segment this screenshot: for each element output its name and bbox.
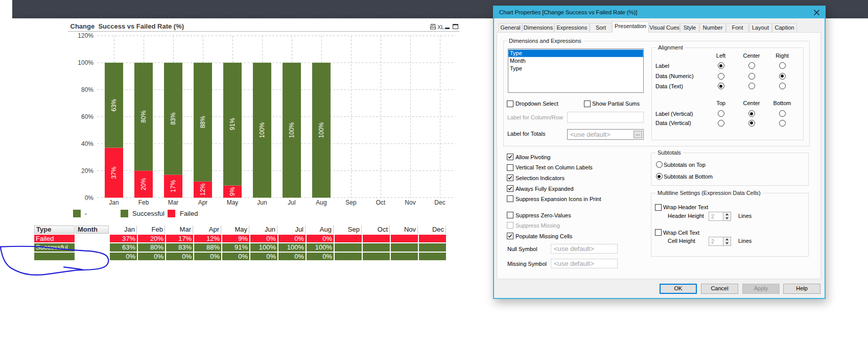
svg-text:0%: 0% xyxy=(85,194,94,202)
svg-text:120%: 120% xyxy=(78,32,93,39)
svg-text:60%: 60% xyxy=(81,113,93,120)
svg-text:-: - xyxy=(85,210,87,217)
svg-text:Successful: Successful xyxy=(132,210,165,217)
svg-text:Change Success vs Failed Rate: Change Success vs Failed Rate (%) xyxy=(71,22,184,30)
svg-text:Apr: Apr xyxy=(198,199,208,206)
svg-text:100%: 100% xyxy=(318,122,325,138)
svg-text:Oct: Oct xyxy=(376,199,386,206)
svg-text:Feb: Feb xyxy=(138,199,149,206)
svg-text:37%: 37% xyxy=(110,166,118,179)
svg-text:9%: 9% xyxy=(229,187,236,196)
svg-text:40%: 40% xyxy=(81,140,93,147)
svg-text:100%: 100% xyxy=(288,122,295,138)
svg-text:Sep: Sep xyxy=(345,199,357,206)
svg-text:Jun: Jun xyxy=(257,199,267,206)
svg-text:XL: XL xyxy=(437,24,444,30)
svg-text:17%: 17% xyxy=(170,180,177,192)
svg-text:80%: 80% xyxy=(140,110,147,122)
svg-text:Aug: Aug xyxy=(316,199,326,206)
svg-text:20%: 20% xyxy=(140,178,147,190)
svg-text:83%: 83% xyxy=(170,112,177,124)
svg-text:63%: 63% xyxy=(110,99,118,111)
svg-text:12%: 12% xyxy=(199,183,206,195)
svg-text:91%: 91% xyxy=(229,118,236,130)
svg-text:Jan: Jan xyxy=(109,199,119,206)
svg-text:100%: 100% xyxy=(259,122,266,138)
svg-text:Mar: Mar xyxy=(168,199,179,206)
svg-text:88%: 88% xyxy=(199,116,206,128)
svg-text:Failed: Failed xyxy=(180,210,198,217)
svg-text:Dec: Dec xyxy=(434,199,445,206)
svg-text:100%: 100% xyxy=(78,59,93,66)
svg-text:Jul: Jul xyxy=(288,199,295,206)
svg-text:Nov: Nov xyxy=(405,199,415,206)
svg-text:20%: 20% xyxy=(81,167,93,174)
svg-text:80%: 80% xyxy=(81,86,93,93)
svg-text:May: May xyxy=(227,199,239,206)
